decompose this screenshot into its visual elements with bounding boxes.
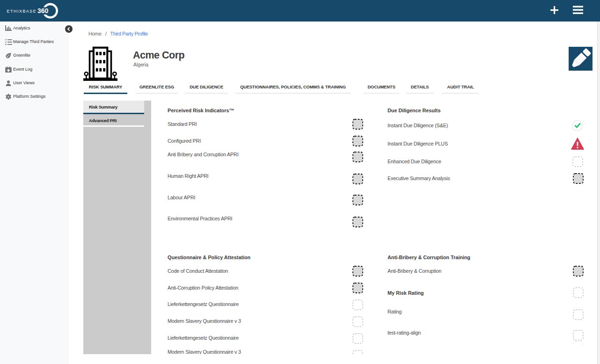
svg-text:360: 360 xyxy=(37,7,49,15)
svg-text:ETHIXBASE: ETHIXBASE xyxy=(7,9,37,14)
